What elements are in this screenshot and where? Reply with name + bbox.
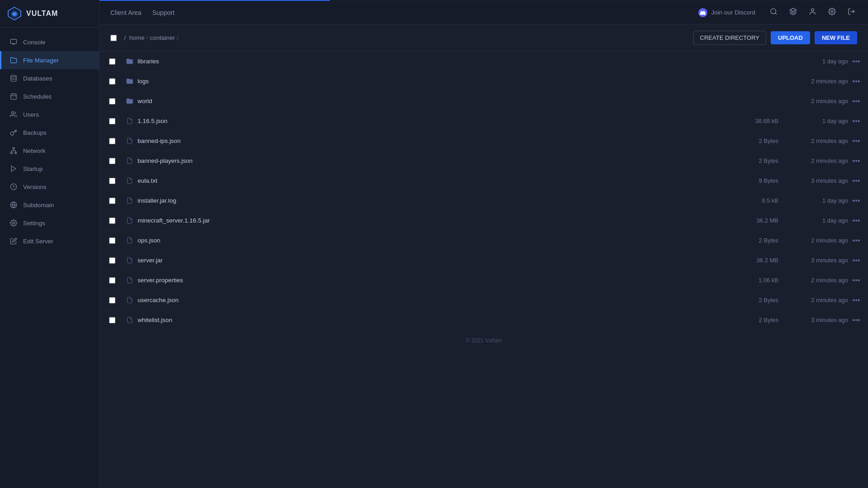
row-checkbox-input[interactable] bbox=[109, 237, 115, 244]
file-menu-button[interactable]: ••• bbox=[848, 255, 864, 266]
file-menu-button[interactable]: ••• bbox=[848, 314, 864, 326]
table-row[interactable]: banned-players.json 2 Bytes 2 minutes ag… bbox=[100, 151, 868, 171]
table-row[interactable]: whitelist.json 2 Bytes 3 minutes ago ••• bbox=[100, 310, 868, 330]
breadcrumb-home[interactable]: home bbox=[129, 34, 145, 41]
footer: © 2021 Vultam bbox=[100, 330, 868, 351]
table-row[interactable]: minecraft_server.1.16.5.jar 36.2 MB 1 da… bbox=[100, 211, 868, 231]
file-menu-button[interactable]: ••• bbox=[848, 294, 864, 306]
file-menu-button[interactable]: ••• bbox=[848, 155, 864, 167]
row-checkbox[interactable] bbox=[103, 58, 121, 65]
row-checkbox-input[interactable] bbox=[109, 98, 115, 104]
topbar-right: Join our Discord bbox=[694, 5, 857, 20]
sidebar-item-edit-server[interactable]: Edit Server bbox=[0, 232, 99, 250]
table-row[interactable]: libraries 1 day ago ••• bbox=[100, 52, 868, 71]
row-checkbox[interactable] bbox=[103, 138, 121, 144]
row-checkbox[interactable] bbox=[103, 178, 121, 184]
row-checkbox-input[interactable] bbox=[109, 198, 115, 204]
row-checkbox[interactable] bbox=[103, 118, 121, 124]
topbar-link-client-area[interactable]: Client Area bbox=[110, 6, 141, 19]
row-checkbox[interactable] bbox=[103, 277, 121, 284]
row-checkbox[interactable] bbox=[103, 297, 121, 303]
discord-button[interactable]: Join our Discord bbox=[694, 5, 760, 20]
table-row[interactable]: eula.txt 9 Bytes 3 minutes ago ••• bbox=[100, 171, 868, 191]
sidebar-item-console[interactable]: Console bbox=[0, 33, 99, 51]
sidebar-item-startup[interactable]: Startup bbox=[0, 160, 99, 178]
breadcrumb-root[interactable]: / bbox=[124, 34, 126, 41]
table-row[interactable]: world 2 minutes ago ••• bbox=[100, 91, 868, 111]
new-file-button[interactable]: NEW FILE bbox=[815, 31, 857, 44]
row-checkbox-input[interactable] bbox=[109, 138, 115, 144]
file-icon bbox=[121, 316, 138, 324]
sidebar-item-versions[interactable]: Versions bbox=[0, 178, 99, 196]
upload-button[interactable]: UPLOAD bbox=[771, 31, 810, 44]
select-all-checkbox[interactable] bbox=[110, 35, 117, 41]
table-row[interactable]: ops.json 2 Bytes 2 minutes ago ••• bbox=[100, 231, 868, 251]
settings-icon bbox=[10, 219, 18, 227]
table-row[interactable]: usercache.json 2 Bytes 2 minutes ago ••• bbox=[100, 290, 868, 310]
sidebar-item-backups[interactable]: Backups bbox=[0, 123, 99, 142]
row-checkbox-input[interactable] bbox=[109, 317, 115, 323]
sidebar-item-file-manager[interactable]: File Manager bbox=[0, 51, 99, 69]
row-checkbox[interactable] bbox=[103, 98, 121, 104]
topbar-link-support[interactable]: Support bbox=[152, 6, 174, 19]
file-icon bbox=[121, 177, 138, 185]
select-all-input[interactable] bbox=[110, 35, 117, 41]
exit-icon[interactable] bbox=[846, 6, 857, 19]
row-checkbox-input[interactable] bbox=[109, 118, 115, 124]
row-checkbox[interactable] bbox=[103, 237, 121, 244]
sidebar-item-databases[interactable]: Databases bbox=[0, 69, 99, 87]
table-row[interactable]: 1.16.5.json 38.68 kB 1 day ago ••• bbox=[100, 111, 868, 131]
file-menu-button[interactable]: ••• bbox=[848, 115, 864, 127]
row-checkbox-input[interactable] bbox=[109, 218, 115, 224]
file-menu-button[interactable]: ••• bbox=[848, 76, 864, 87]
row-checkbox-input[interactable] bbox=[109, 158, 115, 164]
svg-marker-13 bbox=[11, 166, 15, 171]
row-checkbox-input[interactable] bbox=[109, 58, 115, 65]
file-date: 3 minutes ago bbox=[789, 177, 848, 184]
file-menu-button[interactable]: ••• bbox=[848, 235, 864, 246]
create-directory-button[interactable]: CREATE DIRECTORY bbox=[693, 31, 766, 45]
sidebar-item-schedules[interactable]: Schedules bbox=[0, 87, 99, 105]
search-icon[interactable] bbox=[768, 6, 779, 19]
file-menu-button[interactable]: ••• bbox=[848, 195, 864, 207]
file-icon bbox=[121, 296, 138, 304]
row-checkbox[interactable] bbox=[103, 78, 121, 85]
table-row[interactable]: logs 2 minutes ago ••• bbox=[100, 71, 868, 91]
file-menu-button[interactable]: ••• bbox=[848, 275, 864, 286]
user-icon[interactable] bbox=[807, 6, 818, 19]
table-row[interactable]: installer.jar.log 8.5 kB 1 day ago ••• bbox=[100, 191, 868, 211]
file-menu-button[interactable]: ••• bbox=[848, 56, 864, 67]
row-checkbox[interactable] bbox=[103, 317, 121, 323]
row-checkbox[interactable] bbox=[103, 218, 121, 224]
breadcrumb-container[interactable]: container bbox=[150, 34, 175, 41]
table-row[interactable]: server.jar 36.2 MB 3 minutes ago ••• bbox=[100, 251, 868, 270]
file-menu-button[interactable]: ••• bbox=[848, 95, 864, 107]
table-row[interactable]: banned-ips.json 2 Bytes 2 minutes ago ••… bbox=[100, 131, 868, 151]
row-checkbox-input[interactable] bbox=[109, 257, 115, 264]
folder-icon bbox=[121, 57, 138, 65]
edit-server-icon bbox=[10, 237, 18, 245]
layers-icon[interactable] bbox=[787, 6, 799, 19]
file-menu-button[interactable]: ••• bbox=[848, 135, 864, 147]
svg-point-9 bbox=[11, 112, 14, 114]
sidebar-item-network[interactable]: Network bbox=[0, 142, 99, 160]
gear-icon[interactable] bbox=[826, 6, 838, 19]
row-checkbox[interactable] bbox=[103, 198, 121, 204]
sidebar-item-users[interactable]: Users bbox=[0, 105, 99, 123]
file-icon bbox=[121, 137, 138, 145]
row-checkbox-input[interactable] bbox=[109, 178, 115, 184]
row-checkbox-input[interactable] bbox=[109, 78, 115, 85]
sidebar-nav: Console File Manager Databases Schedules… bbox=[0, 28, 99, 488]
row-checkbox[interactable] bbox=[103, 257, 121, 264]
row-checkbox-input[interactable] bbox=[109, 297, 115, 303]
table-row[interactable]: server.properties 1.06 kB 2 minutes ago … bbox=[100, 270, 868, 290]
file-header: / home / container / CREATE DIRECTORY UP… bbox=[100, 24, 868, 52]
sidebar-item-subdomain[interactable]: Subdomain bbox=[0, 196, 99, 214]
row-checkbox-input[interactable] bbox=[109, 277, 115, 284]
row-checkbox[interactable] bbox=[103, 158, 121, 164]
sidebar-item-settings[interactable]: Settings bbox=[0, 214, 99, 232]
file-menu-button[interactable]: ••• bbox=[848, 215, 864, 227]
file-name: server.jar bbox=[138, 257, 753, 264]
svg-point-21 bbox=[811, 9, 814, 11]
file-menu-button[interactable]: ••• bbox=[848, 175, 864, 187]
